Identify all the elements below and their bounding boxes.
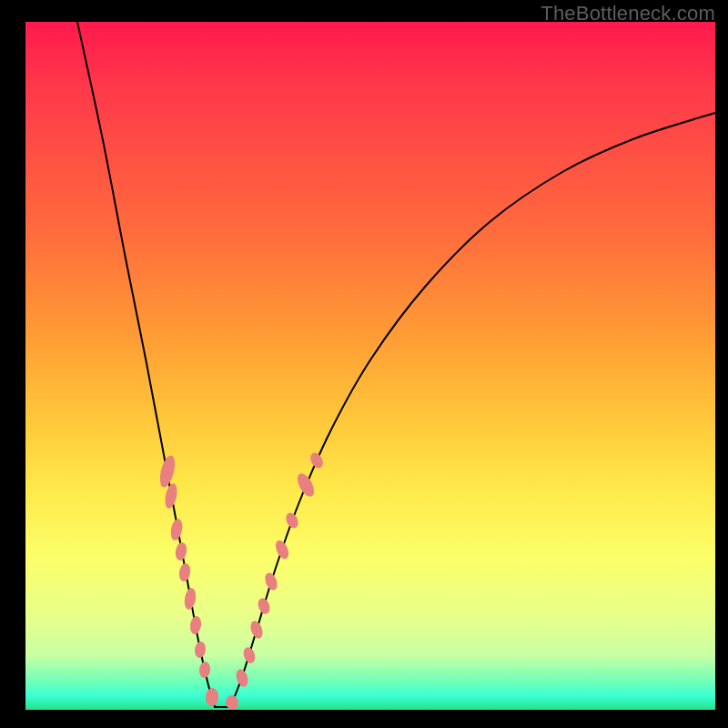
curve-svg [25, 22, 715, 710]
plot-area [25, 22, 715, 710]
data-marker [174, 541, 187, 561]
data-marker [183, 587, 197, 611]
data-marker [205, 688, 218, 707]
data-marker [225, 694, 238, 710]
data-marker [294, 470, 318, 499]
curve-right-branch [230, 113, 715, 707]
data-marker [248, 620, 265, 641]
data-marker [256, 596, 272, 615]
data-marker [284, 511, 301, 530]
data-marker [263, 571, 280, 592]
data-marker [189, 615, 203, 634]
data-marker [308, 450, 325, 470]
data-markers [157, 450, 326, 710]
data-marker [241, 645, 257, 664]
data-marker [177, 562, 191, 582]
data-marker [234, 668, 250, 689]
data-marker [194, 641, 207, 658]
data-marker [198, 661, 211, 678]
data-marker [157, 454, 177, 489]
data-marker [169, 518, 184, 541]
chart-frame: TheBottleneck.com [0, 0, 728, 728]
data-marker [273, 539, 291, 561]
